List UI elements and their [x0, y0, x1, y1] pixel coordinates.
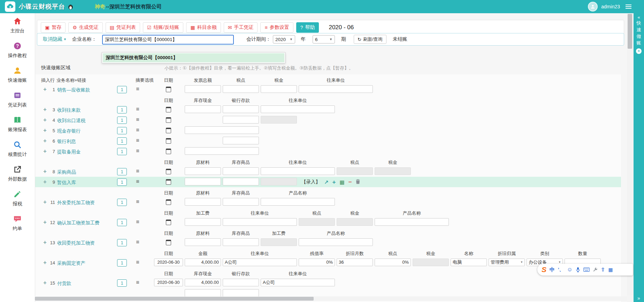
business-name-link[interactable]: 外发委托加工物资	[57, 200, 95, 206]
field-input[interactable]: 4,000.00	[185, 279, 221, 286]
entry-count-badge[interactable]: 1	[117, 239, 127, 246]
business-name-link[interactable]: 银行利息	[57, 138, 76, 145]
field-input[interactable]	[185, 126, 259, 134]
sidebar-item-external[interactable]: 外部数据	[0, 161, 35, 186]
field-input[interactable]	[261, 198, 335, 206]
qq-penguin-icon[interactable]	[68, 4, 73, 10]
parameter-settings-button[interactable]: ≡参数设置	[260, 22, 293, 33]
date-picker-icon[interactable]	[154, 240, 183, 246]
date-picker-icon[interactable]	[154, 87, 183, 93]
entry-count-badge[interactable]: 1	[117, 199, 127, 206]
apps-grid-icon[interactable]: ▦	[608, 267, 613, 272]
add-icon[interactable]: +	[332, 179, 336, 185]
summary-select-icon[interactable]: ≡	[133, 86, 142, 92]
summary-select-icon[interactable]: ≡	[133, 239, 142, 245]
field-input[interactable]	[375, 218, 449, 226]
business-name-link[interactable]: 收回委托加工物资	[57, 240, 95, 246]
field-input[interactable]	[223, 178, 259, 185]
date-field[interactable]: 2020-06-30	[154, 279, 183, 286]
field-input[interactable]	[185, 178, 221, 185]
emoji-icon[interactable]: ☺	[567, 267, 573, 273]
entry-count-badge[interactable]: 1	[117, 148, 127, 155]
entry-count-badge[interactable]: 1	[117, 178, 127, 186]
summary-select-icon[interactable]: ≡	[133, 219, 142, 225]
user-avatar[interactable]	[588, 2, 598, 11]
field-input[interactable]	[223, 289, 259, 297]
keyboard-icon[interactable]	[583, 268, 590, 272]
app-logo-icon[interactable]	[5, 1, 15, 12]
summary-select-icon[interactable]: ≡	[133, 259, 142, 265]
field-input[interactable]	[223, 238, 259, 246]
field-input[interactable]	[185, 289, 221, 297]
date-picker-icon[interactable]	[154, 107, 183, 113]
date-field[interactable]: 2020-06-30	[154, 259, 183, 266]
business-name-link[interactable]: 现金存银行	[57, 128, 81, 134]
refresh-query-button[interactable]: ↻刷新/查询	[354, 35, 386, 44]
date-picker-icon[interactable]	[154, 117, 183, 124]
year-select[interactable]: 2020▼	[273, 35, 295, 43]
summary-select-icon[interactable]: ≡	[133, 117, 142, 123]
sidebar-item-console[interactable]: 主控台	[0, 13, 35, 38]
business-name-link[interactable]: 采购固定资产	[57, 260, 85, 267]
field-input[interactable]: 0%	[299, 259, 335, 266]
company-name-input[interactable]	[102, 35, 234, 45]
sidebar-item-ledger[interactable]: 账簿报表	[0, 112, 35, 137]
vertical-scrollbar-thumb[interactable]	[628, 14, 632, 49]
summary-select-icon[interactable]: ≡	[133, 106, 142, 112]
field-input[interactable]: A公司	[261, 279, 335, 286]
entry-count-badge[interactable]: 1	[117, 259, 127, 267]
field-input[interactable]	[261, 105, 335, 113]
temp-save-button[interactable]: ▣暂存	[41, 22, 66, 33]
collapse-panel-icon[interactable]: «	[637, 15, 640, 20]
closing-button[interactable]: ☑结账/反结账	[143, 22, 183, 33]
summary-select-icon[interactable]: ≡	[133, 127, 142, 133]
horizontal-scrollbar-thumb[interactable]	[35, 297, 314, 301]
sidebar-item-quick[interactable]: 快速做账	[0, 63, 35, 87]
company-suggestion-item[interactable]: 深圳兰芝科技有限公司【000001】	[103, 53, 284, 62]
vertical-scrollbar[interactable]	[627, 13, 633, 295]
month-select[interactable]: 6▼	[313, 35, 335, 43]
business-name-link[interactable]: 收到往来款	[57, 107, 81, 113]
field-input[interactable]	[223, 167, 259, 175]
business-name-link[interactable]: 提取备用金	[57, 149, 81, 155]
date-picker-icon[interactable]	[154, 128, 183, 134]
account-balance-button[interactable]: ▦科目余额	[186, 22, 221, 33]
field-input[interactable]	[223, 279, 259, 286]
field-input[interactable]: A公司	[223, 259, 297, 266]
cancel-hide-link[interactable]: 取消隐藏▼	[43, 33, 67, 45]
field-input[interactable]	[185, 167, 221, 175]
entry-count-badge[interactable]: 1	[117, 219, 127, 226]
trash-icon[interactable]	[356, 179, 360, 185]
field-input[interactable]	[299, 85, 373, 93]
field-input[interactable]	[261, 85, 297, 93]
field-input[interactable]	[299, 238, 373, 246]
close-strip-icon[interactable]: ✕	[636, 48, 642, 54]
entry-count-badge[interactable]: 1	[117, 127, 127, 134]
punctuation-icon[interactable]: ’、	[558, 267, 564, 273]
sidebar-item-audit[interactable]: 核查统计	[0, 137, 35, 161]
field-input[interactable]	[223, 137, 259, 144]
summary-select-icon[interactable]: ≡	[133, 178, 142, 185]
mic-icon[interactable]	[576, 267, 580, 272]
date-picker-icon[interactable]	[154, 220, 183, 226]
horizontal-scrollbar[interactable]	[35, 296, 627, 301]
field-input[interactable]: 4,000.00	[185, 259, 221, 266]
minus-icon[interactable]: −	[348, 179, 352, 185]
chinese-mode-icon[interactable]: 中	[550, 267, 555, 273]
menu-hamburger-icon[interactable]	[626, 5, 631, 9]
field-input[interactable]: 0%	[375, 259, 411, 266]
field-input[interactable]	[185, 238, 221, 246]
summary-select-icon[interactable]: ≡	[133, 148, 142, 154]
entry-link[interactable]: 【录入】	[301, 179, 320, 185]
generate-voucher-button[interactable]: ⚙生成凭证	[68, 22, 103, 33]
sidebar-item-tutorial[interactable]: ?操作教程	[0, 38, 35, 63]
entry-count-badge[interactable]: 1	[117, 106, 127, 113]
entry-count-badge[interactable]: 1	[117, 137, 127, 145]
toolbox-icon[interactable]	[593, 267, 598, 272]
field-input[interactable]: 36	[337, 259, 373, 266]
calculator-icon[interactable]: ▦	[340, 180, 345, 185]
manual-voucher-button[interactable]: ✉手工凭证	[224, 22, 258, 33]
sidebar-item-order[interactable]: 约单	[0, 211, 35, 236]
chevrons-down-icon[interactable]: »	[634, 295, 644, 301]
field-input[interactable]	[185, 147, 259, 155]
